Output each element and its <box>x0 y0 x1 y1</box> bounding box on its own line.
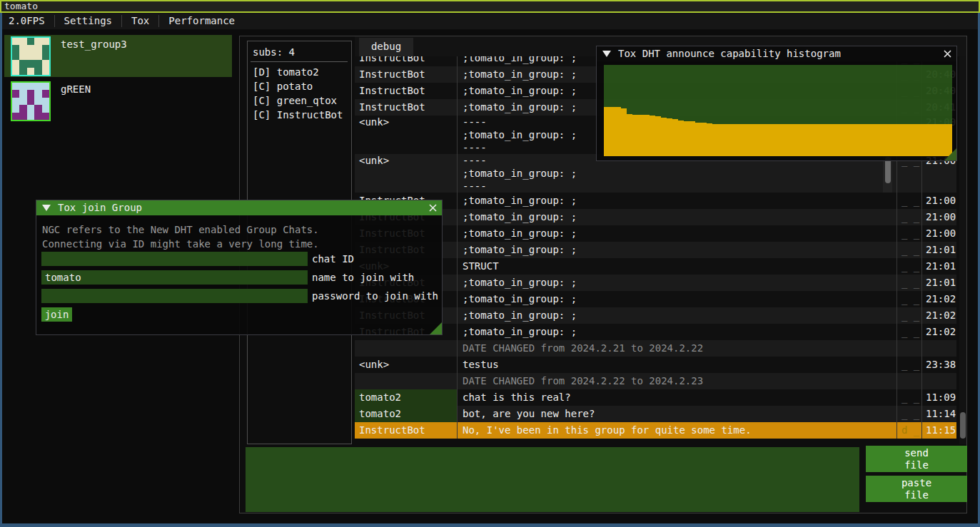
chat-message-row[interactable]: tomato2chat is this real?_ _11:09 <box>355 389 956 406</box>
tab-debug[interactable]: debug <box>359 38 413 56</box>
contact-row-test_group3[interactable]: test_group3 <box>4 35 232 77</box>
message-time: 21:01 <box>922 275 956 291</box>
chat-message-row[interactable]: InstructBot;tomato_in_group: ;_ _21:02 <box>355 324 956 340</box>
subs-count: subs: 4 <box>253 46 295 58</box>
chat-message-row[interactable]: InstructBot;tomato_in_group: ;_ _21:00 <box>355 225 956 242</box>
message-flags: _ _ <box>897 209 922 225</box>
message-text: ;tomato_in_group: ; <box>458 291 897 307</box>
join-group-body: NGC refers to the New DHT enabled Group … <box>36 215 442 334</box>
message-flags: _ _ <box>897 406 922 422</box>
join-window-resize-grip[interactable] <box>430 322 442 334</box>
sender-name: InstructBot <box>355 66 458 83</box>
collapse-arrow-icon[interactable] <box>602 51 611 57</box>
message-flags: _ _ <box>897 389 922 406</box>
join-group-titlebar[interactable]: Tox join Group <box>36 200 442 215</box>
message-text: chat is this real? <box>458 389 897 406</box>
message-text: STRUCT <box>458 258 897 275</box>
message-text: ;tomato_in_group: ; <box>458 275 897 291</box>
avatar <box>11 81 51 121</box>
join-password-input[interactable] <box>41 289 308 303</box>
menu-bar: 2.0FPSSettingsToxPerformance <box>2 13 978 29</box>
contact-row-gREEN[interactable]: gREEN <box>4 80 232 122</box>
menu-item-tox[interactable]: Tox <box>122 13 158 29</box>
paste-file-button[interactable]: paste file <box>866 476 967 502</box>
message-text: testus <box>458 357 897 373</box>
message-text: ;tomato_in_group: ; <box>458 209 897 225</box>
menu-item-2-0fps[interactable]: 2.0FPS <box>2 13 54 29</box>
message-time: 21:00 <box>922 209 956 225</box>
histogram-window-resize-grip[interactable] <box>944 148 956 160</box>
chat-message-row[interactable]: InstructBot;tomato_in_group: ;_ _21:00 <box>355 209 956 225</box>
sender-name: tomato2 <box>355 406 458 422</box>
avatar <box>11 36 51 76</box>
message-flags: _ _ <box>897 324 922 340</box>
close-icon[interactable] <box>943 49 952 58</box>
message-text: ;tomato_in_group: ; <box>458 324 897 340</box>
join-help-line2: Connecting via ID might take a very long… <box>42 237 319 251</box>
menu-item-settings[interactable]: Settings <box>55 13 121 29</box>
chat-message-row[interactable]: InstructBot;tomato_in_group: ;_ _21:02 <box>355 307 956 324</box>
dht-histogram-window: Tox DHT announce capability histogram <box>596 46 957 161</box>
sender-name: <unk> <box>355 116 458 154</box>
join-name-input[interactable]: tomato <box>41 270 308 285</box>
chat-message-row[interactable]: InstructBot;tomato_in_group: ;_ _21:01 <box>355 242 956 258</box>
chat-message-row[interactable]: InstructBotNo, I've been in this group f… <box>355 422 956 439</box>
message-time: 21:00 <box>922 193 956 209</box>
join-help-line1: NGC refers to the New DHT enabled Group … <box>42 222 319 237</box>
message-time: 21:02 <box>922 307 956 324</box>
sender-name <box>355 373 458 389</box>
close-icon[interactable] <box>428 203 438 213</box>
message-time: 21:02 <box>922 324 956 340</box>
menu-item-performance[interactable]: Performance <box>159 13 244 29</box>
message-time: 11:14 <box>922 406 956 422</box>
dht-histogram-titlebar[interactable]: Tox DHT announce capability histogram <box>597 46 956 61</box>
sender-name: InstructBot <box>355 56 458 66</box>
chat-message-row[interactable]: tomato2bot, are you new here?_ _11:14 <box>355 406 956 422</box>
dht-histogram-title: Tox DHT announce capability histogram <box>618 46 841 61</box>
message-text: ;tomato_in_group: ; <box>458 193 897 209</box>
message-input[interactable] <box>246 447 859 512</box>
message-text: bot, are you new here? <box>458 406 897 422</box>
sender-name: <unk> <box>355 357 458 373</box>
chat-message-row[interactable]: InstructBot;tomato_in_group: ;_ _21:02 <box>355 291 956 307</box>
message-flags: _ _ <box>897 357 922 373</box>
message-flags: _ _ <box>897 307 922 324</box>
window-title: tomato <box>4 1 38 11</box>
sender-name: InstructBot <box>355 83 458 99</box>
message-flags: _ _ <box>897 225 922 242</box>
dht-capability-histogram-plot <box>604 65 952 156</box>
chat-message-row[interactable]: InstructBot;tomato_in_group: ;_ _21:00 <box>355 193 956 209</box>
window-titlebar[interactable]: tomato <box>0 0 980 13</box>
sender-name: tomato2 <box>355 389 458 406</box>
message-time: 21:01 <box>922 242 956 258</box>
message-text: ;tomato_in_group: ; <box>458 225 897 242</box>
chat-message-row[interactable]: InstructBot;tomato_in_group: ;_ _21:01 <box>355 275 956 291</box>
chat-message-row[interactable]: <unk>testus_ _23:38 <box>355 357 956 373</box>
message-time: 21:02 <box>922 291 956 307</box>
message-flags: _ _ <box>897 242 922 258</box>
collapse-arrow-icon[interactable] <box>42 205 51 211</box>
message-time <box>922 340 956 357</box>
chat-id-input[interactable] <box>41 252 308 266</box>
sender-name: InstructBot <box>355 422 458 439</box>
message-flags: _ _ <box>897 275 922 291</box>
message-text: DATE CHANGED from 2024.2.22 to 2024.2.23 <box>458 373 897 389</box>
message-time <box>922 373 956 389</box>
join-password-label: password to join with <box>312 289 438 303</box>
dht-histogram-body <box>597 61 956 160</box>
message-flags: _ _ <box>897 193 922 209</box>
chat-scrollbar[interactable] <box>959 56 966 444</box>
subs-separator <box>251 61 348 62</box>
message-text: ;tomato_in_group: ; <box>458 307 897 324</box>
chat-scrollbar-thumb[interactable] <box>960 412 966 439</box>
message-time: 23:38 <box>922 357 956 373</box>
chat-date-row[interactable]: DATE CHANGED from 2024.2.22 to 2024.2.23 <box>355 373 956 389</box>
message-text: No, I've been in this group for quite so… <box>458 422 897 439</box>
send-file-button[interactable]: send file <box>866 446 967 472</box>
message-time: 21:01 <box>922 258 956 275</box>
message-text: DATE CHANGED from 2024.2.21 to 2024.2.22 <box>458 340 897 357</box>
chat-message-row[interactable]: <unk>STRUCT_ _21:01 <box>355 258 956 275</box>
join-button[interactable]: join <box>41 307 72 322</box>
message-flags: _ _ <box>897 291 922 307</box>
chat-date-row[interactable]: DATE CHANGED from 2024.2.21 to 2024.2.22 <box>355 340 956 357</box>
